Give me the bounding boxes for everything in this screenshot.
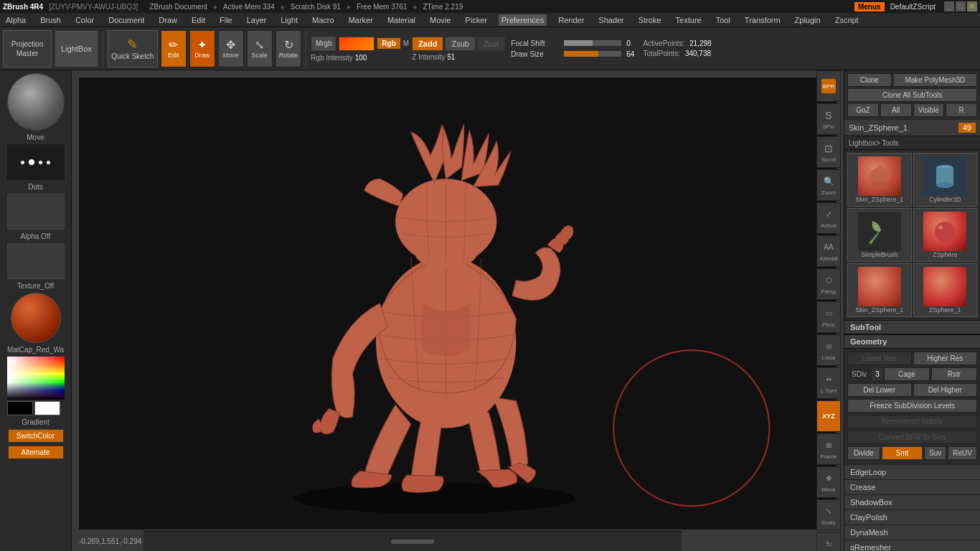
cage-button[interactable]: Cage bbox=[884, 367, 930, 381]
tool-zsphere[interactable]: ZSphere bbox=[913, 208, 978, 262]
skin-dropdown[interactable]: Skin_ZSphere_1 49 bbox=[844, 120, 980, 136]
tool-simple-brush[interactable]: SimpleBrush bbox=[847, 208, 912, 262]
rgb-mode-button[interactable]: Rgb bbox=[377, 37, 400, 50]
menus-button[interactable]: Menus bbox=[854, 2, 885, 11]
viewport[interactable] bbox=[79, 77, 837, 529]
tool-zsphere-1[interactable]: ZSphere_1 bbox=[913, 263, 978, 317]
minimize-icon[interactable]: _ bbox=[944, 1, 954, 11]
clone-all-subtools-button[interactable]: Clone All SubTools bbox=[847, 88, 977, 102]
frame-button[interactable]: ⊞ Frame bbox=[816, 433, 841, 465]
subtool-section[interactable]: SubTool bbox=[844, 320, 980, 334]
focal-shift-slider[interactable] bbox=[564, 40, 621, 46]
tool-skin-zsphere-2[interactable]: Skin_ZSphere_1 bbox=[847, 263, 912, 317]
lightbox-button[interactable]: LightBox bbox=[55, 30, 98, 67]
brush-preview[interactable] bbox=[7, 73, 65, 131]
visible-button[interactable]: Visible bbox=[913, 103, 945, 117]
aahalf-button[interactable]: AA AAHalf bbox=[816, 235, 841, 267]
all-button[interactable]: All bbox=[880, 103, 912, 117]
actual-button[interactable]: ⤢ Actual bbox=[816, 202, 841, 234]
qremesher-button[interactable]: qRemesher bbox=[844, 540, 980, 551]
stroke-preview[interactable] bbox=[7, 144, 65, 180]
menu-brush[interactable]: Brush bbox=[37, 14, 64, 26]
del-higher-button[interactable]: Del Higher bbox=[913, 383, 978, 397]
menu-macro[interactable]: Macro bbox=[309, 14, 337, 26]
zadd-button[interactable]: Zadd bbox=[412, 37, 443, 51]
menu-color[interactable]: Color bbox=[72, 14, 97, 26]
smt-button[interactable]: Smt bbox=[882, 446, 923, 460]
tool-skin-zsphere-1[interactable]: Skin_ZSphere_1 bbox=[847, 153, 912, 207]
draw-button[interactable]: ✦ Draw bbox=[189, 30, 215, 67]
menu-draw[interactable]: Draw bbox=[156, 14, 180, 26]
menu-zplugin[interactable]: Zplugin bbox=[792, 14, 824, 26]
scroll-button[interactable]: ⊡ Scroll bbox=[816, 136, 841, 168]
convert-bpr-button[interactable]: Convert BPR To Geo bbox=[847, 430, 977, 444]
menu-zscript[interactable]: Zscript bbox=[832, 14, 862, 26]
xyz-button[interactable]: XYZ bbox=[816, 400, 841, 432]
reuv-button[interactable]: ReUV bbox=[948, 446, 977, 460]
menu-movie[interactable]: Movie bbox=[427, 14, 453, 26]
rstr-button[interactable]: Rstr bbox=[931, 367, 977, 381]
menu-edit[interactable]: Edit bbox=[189, 14, 208, 26]
switch-color-button[interactable]: SwitchColor bbox=[8, 429, 64, 443]
menu-texture[interactable]: Texture bbox=[673, 14, 705, 26]
shadow-box-button[interactable]: ShadowBox bbox=[844, 495, 980, 510]
edit-button[interactable]: ✏ Edit bbox=[161, 30, 187, 67]
color-picker[interactable] bbox=[7, 357, 65, 415]
texture-preview[interactable] bbox=[7, 243, 65, 279]
menu-tool[interactable]: Tool bbox=[713, 14, 733, 26]
lsym-button[interactable]: ⇔ L.Sym bbox=[816, 367, 841, 399]
floor-button[interactable]: ▭ Floor bbox=[816, 301, 841, 333]
tool-cylinder3d[interactable]: Cylinder3D bbox=[913, 153, 978, 207]
alpha-preview[interactable] bbox=[7, 194, 65, 230]
spix-button[interactable]: S SPix bbox=[816, 103, 841, 135]
reconstruct-subdiv-button[interactable]: Reconstruct Subdiv bbox=[847, 415, 977, 428]
clay-polish-button[interactable]: ClayPolish bbox=[844, 510, 980, 525]
suv-button[interactable]: Suv bbox=[924, 446, 946, 460]
rotate-button[interactable]: ↻ Rotate bbox=[275, 30, 302, 67]
bpr-button[interactable]: BPR bbox=[816, 70, 841, 102]
persp-button[interactable]: ⬡ Persp bbox=[816, 268, 841, 300]
dyna-mesh-button[interactable]: DynaMesh bbox=[844, 525, 980, 540]
freeze-subdiv-button[interactable]: Freeze SubDivision Levels bbox=[847, 399, 977, 413]
local-button[interactable]: ◎ Local bbox=[816, 334, 841, 366]
menu-shader[interactable]: Shader bbox=[595, 14, 626, 26]
zcut-button[interactable]: Zcut bbox=[477, 37, 505, 51]
color-swatch[interactable] bbox=[339, 37, 374, 51]
mrgb-button[interactable]: Mrgb bbox=[311, 36, 336, 52]
zoom-button[interactable]: 🔍 Zoom bbox=[816, 169, 841, 201]
menu-render[interactable]: Render bbox=[555, 14, 587, 26]
menu-preferences[interactable]: Preferences bbox=[499, 14, 547, 26]
menu-alpha[interactable]: Alpha bbox=[3, 14, 29, 26]
scale-button[interactable]: ⤡ Scale bbox=[247, 30, 273, 67]
draw-size-slider[interactable] bbox=[564, 51, 621, 57]
menu-material[interactable]: Material bbox=[385, 14, 418, 26]
menu-document[interactable]: Document bbox=[105, 14, 147, 26]
color-spectrum[interactable] bbox=[7, 357, 65, 400]
crease-button[interactable]: Crease bbox=[844, 480, 980, 495]
make-polymesh-button[interactable]: Make PolyMesh3D bbox=[893, 73, 977, 87]
scale-icon-button[interactable]: ⤡ Scale bbox=[816, 499, 841, 531]
close-icon[interactable]: ✕ bbox=[967, 1, 977, 11]
menu-layer[interactable]: Layer bbox=[244, 14, 270, 26]
menu-file[interactable]: File bbox=[217, 14, 235, 26]
white-swatch[interactable] bbox=[34, 401, 60, 415]
edge-loop-button[interactable]: EdgeLoop bbox=[844, 465, 980, 480]
maximize-icon[interactable]: □ bbox=[956, 1, 966, 11]
menu-light[interactable]: Light bbox=[278, 14, 301, 26]
clone-button[interactable]: Clone bbox=[847, 73, 892, 87]
quick-sketch-button[interactable]: ✎ Quick Sketch bbox=[108, 30, 158, 67]
divide-button[interactable]: Divide bbox=[847, 446, 880, 460]
projection-master-button[interactable]: Projection Master bbox=[3, 30, 52, 67]
matcap-ball[interactable] bbox=[11, 293, 61, 343]
del-lower-button[interactable]: Del Lower bbox=[847, 383, 912, 397]
menu-marker[interactable]: Marker bbox=[346, 14, 376, 26]
move-button[interactable]: ✥ Move bbox=[218, 30, 244, 67]
move-icon-button[interactable]: ✥ Move bbox=[816, 466, 841, 498]
higher-res-button[interactable]: Higher Res bbox=[913, 352, 978, 365]
black-swatch[interactable] bbox=[7, 401, 33, 415]
menu-transform[interactable]: Transform bbox=[742, 14, 783, 26]
menu-stroke[interactable]: Stroke bbox=[636, 14, 664, 26]
geometry-section[interactable]: Geometry bbox=[844, 334, 980, 349]
zsub-button[interactable]: Zsub bbox=[445, 37, 475, 51]
menu-picker[interactable]: Picker bbox=[462, 14, 490, 26]
